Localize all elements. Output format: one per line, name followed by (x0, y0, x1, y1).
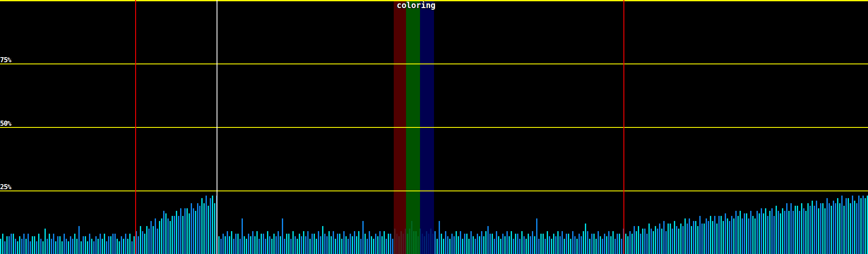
chart-title: coloring (397, 1, 436, 9)
red-marker-left (135, 0, 136, 254)
tick-label-50: 50% (0, 121, 11, 127)
tick-label-25: 25% (0, 184, 11, 190)
red-marker-right (623, 0, 624, 254)
monitor-graph: 75% 50% 25% coloring (0, 0, 868, 254)
white-marker (217, 0, 217, 254)
vertical-markers-layer (0, 0, 868, 254)
tick-label-75: 75% (0, 57, 11, 63)
